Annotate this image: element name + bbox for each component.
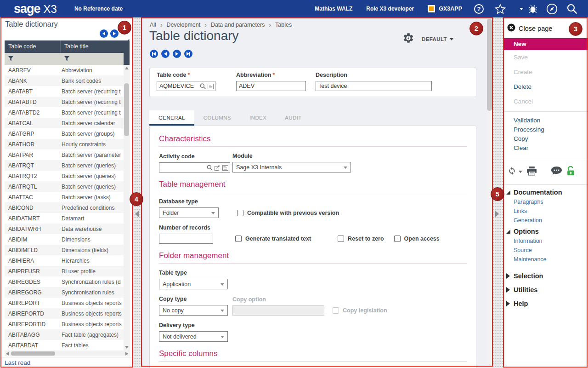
explore-compass-icon[interactable] xyxy=(546,3,558,15)
clear-button[interactable]: Clear xyxy=(503,144,588,153)
table-row[interactable]: ABATRQT2 Batch server (queries) xyxy=(5,171,124,181)
last-read-link[interactable]: Last read xyxy=(0,357,133,368)
table-row[interactable]: ABITABAGG Fact table (aggregates) xyxy=(5,329,124,340)
settings-gear-icon[interactable] xyxy=(402,32,414,46)
table-row[interactable]: ABIHIERA Hierarchies xyxy=(5,255,124,266)
tab-audit[interactable]: AUDIT xyxy=(276,110,311,126)
lookup-magnifier-icon[interactable] xyxy=(200,83,206,91)
print-icon[interactable] xyxy=(527,167,537,178)
copy-type-select[interactable]: No copy xyxy=(159,305,228,316)
view-dropdown-caret-icon[interactable] xyxy=(450,38,453,40)
breadcrumb-development[interactable]: Development xyxy=(167,22,201,28)
scroll-up-icon[interactable] xyxy=(125,67,129,69)
scrollbar-thumb[interactable] xyxy=(487,19,492,111)
table-row[interactable]: ABIREPORTD Business objects reports xyxy=(5,308,124,319)
section-link[interactable]: Information xyxy=(503,236,588,246)
delivery-type-select[interactable]: Not delivered xyxy=(159,331,228,342)
scroll-left-icon[interactable] xyxy=(6,352,9,356)
table-row[interactable]: ABATGRP Batch server (groups) xyxy=(5,128,124,139)
collapse-left-panel-icon[interactable] xyxy=(135,211,139,217)
table-row[interactable]: ABIDATMRT Datamart xyxy=(5,213,124,224)
abbreviation-input[interactable] xyxy=(236,81,306,91)
jump-to-icon[interactable] xyxy=(215,164,220,172)
processing-button[interactable]: Processing xyxy=(503,125,588,134)
delete-button[interactable]: Delete xyxy=(503,80,588,94)
last-record-button[interactable] xyxy=(184,50,192,58)
favorites-star-icon[interactable] xyxy=(495,4,506,14)
left-splitter[interactable] xyxy=(133,17,141,368)
filter-funnel-icon[interactable] xyxy=(61,55,69,63)
table-row[interactable]: ABANK Bank sort codes xyxy=(5,75,124,86)
filter-funnel-icon[interactable] xyxy=(5,55,61,63)
breadcrumb-data-and-parameters[interactable]: Data and parameters xyxy=(211,22,265,28)
table-row[interactable]: ABATCAL Batch server calendar xyxy=(5,118,124,128)
breadcrumb-all[interactable]: All xyxy=(150,22,156,28)
generate-translated-text-checkbox[interactable] xyxy=(235,236,242,242)
section-options[interactable]: Options xyxy=(503,228,588,235)
table-row[interactable]: ABIREGDES Synchronization rules (d xyxy=(5,276,124,287)
debug-bug-icon[interactable] xyxy=(529,4,537,13)
module-select[interactable]: Sage X3 Internals xyxy=(232,162,351,172)
refresh-dropdown-icon[interactable] xyxy=(519,171,522,173)
view-code-dropdown[interactable]: DEFAULT xyxy=(422,36,447,42)
section-help[interactable]: Help xyxy=(503,300,588,307)
endpoint-selector[interactable]: GX3APP xyxy=(428,5,462,12)
list-next-page-button[interactable] xyxy=(110,29,119,38)
reset-to-zero-checkbox[interactable] xyxy=(338,236,344,242)
section-utilities[interactable]: Utilities xyxy=(503,286,588,293)
table-row[interactable]: ABIDATWRH Data warehouse xyxy=(5,224,124,234)
table-row[interactable]: ABATTAC Batch server (tasks) xyxy=(5,192,124,202)
section-link[interactable]: Source xyxy=(503,246,588,255)
search-icon[interactable] xyxy=(567,4,577,14)
comment-bubble-icon[interactable] xyxy=(551,167,562,177)
lookup-magnifier-icon[interactable] xyxy=(207,164,213,172)
table-row[interactable]: ABIREGORG Synchronisation rules xyxy=(5,287,124,298)
section-documentation[interactable]: Documentation xyxy=(503,189,588,196)
scroll-right-icon[interactable] xyxy=(125,352,128,356)
scroll-down-icon[interactable] xyxy=(125,346,129,349)
description-input[interactable] xyxy=(316,81,432,91)
user-role[interactable]: Role X3 developer xyxy=(366,6,414,12)
previous-record-button[interactable] xyxy=(161,50,170,58)
right-splitter[interactable] xyxy=(492,17,503,368)
column-header-table-code[interactable]: Table code xyxy=(5,40,61,53)
main-vertical-scrollbar[interactable] xyxy=(486,17,492,368)
list-vertical-scrollbar[interactable] xyxy=(124,65,130,351)
table-row[interactable]: ABIDIM Dimensions xyxy=(5,234,124,245)
collapse-right-panel-icon[interactable] xyxy=(495,211,499,217)
unlocked-padlock-icon[interactable] xyxy=(566,166,575,178)
section-selection[interactable]: Selection xyxy=(503,272,588,280)
table-row[interactable]: ABATRQT Batch server (queries) xyxy=(5,160,124,171)
table-row[interactable]: ABATABTD2 Batch server (recurring t xyxy=(5,107,124,118)
section-link[interactable]: Generation xyxy=(503,216,588,225)
table-row[interactable]: ABIREPORT Business objects reports xyxy=(5,298,124,308)
compatible-previous-version-checkbox[interactable] xyxy=(237,210,243,216)
table-row[interactable]: ABATHOR Hourly constraints xyxy=(5,139,124,150)
first-record-button[interactable] xyxy=(150,50,158,58)
close-page-button[interactable]: Close page xyxy=(503,17,588,38)
new-button[interactable]: New xyxy=(503,38,588,50)
list-horizontal-scrollbar[interactable] xyxy=(5,351,130,356)
selection-list-icon[interactable] xyxy=(208,83,214,91)
table-row[interactable]: AABREV Abbreviation xyxy=(5,65,124,75)
tab-columns[interactable]: COLUMNS xyxy=(194,110,240,126)
table-row[interactable]: ABATRQTL Batch server (queries) xyxy=(5,181,124,192)
next-record-button[interactable] xyxy=(173,50,181,58)
favorites-dropdown-icon[interactable] xyxy=(520,8,523,10)
section-link[interactable]: Paragraphs xyxy=(503,197,588,207)
sage-logo[interactable]: sage X3 xyxy=(14,2,57,16)
user-name[interactable]: Mathias WALZ xyxy=(315,6,352,12)
database-type-select[interactable]: Folder xyxy=(159,207,219,218)
scrollbar-thumb[interactable] xyxy=(124,83,129,136)
table-row[interactable]: ABITABDAT Fact tables xyxy=(5,340,124,351)
breadcrumb-tables[interactable]: Tables xyxy=(275,22,292,28)
open-access-checkbox[interactable] xyxy=(394,236,401,242)
copy-button[interactable]: Copy xyxy=(503,134,588,144)
table-row[interactable]: ABATABT Batch server (recurring t xyxy=(5,86,124,97)
scrollbar-thumb[interactable] xyxy=(11,351,55,356)
tab-index[interactable]: INDEX xyxy=(240,110,276,126)
validation-button[interactable]: Validation xyxy=(503,116,588,125)
column-header-table-title[interactable]: Table title xyxy=(61,40,130,53)
table-row[interactable]: ABICOND Predefined conditions xyxy=(5,202,124,213)
number-of-records-input[interactable] xyxy=(159,234,213,244)
